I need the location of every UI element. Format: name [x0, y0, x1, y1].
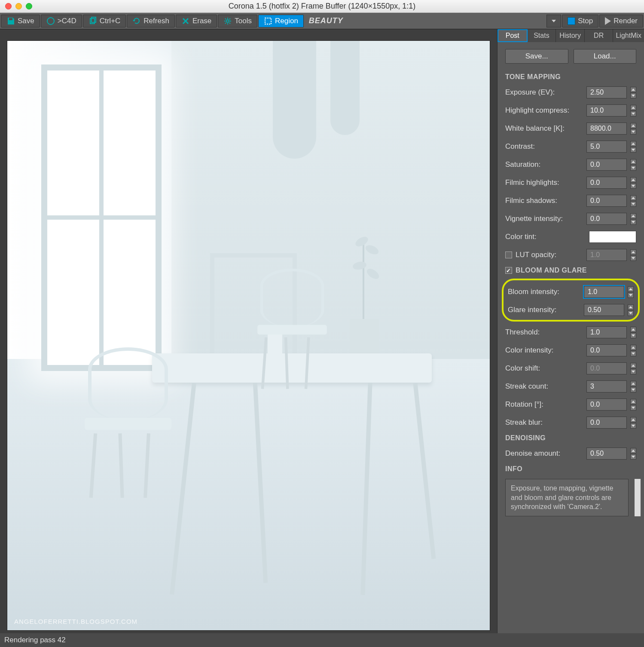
threshold-input[interactable]: 1.0 — [586, 326, 627, 338]
post-panel: Post Stats History DR LightMix Save... L… — [497, 29, 644, 633]
streak-count-input[interactable]: 3 — [586, 380, 627, 392]
exposure-spinner[interactable] — [630, 87, 636, 98]
lut-label: LUT opacity: — [516, 251, 583, 259]
rendered-image[interactable]: ANGELOFERRETTI.BLOGSPOT.COM — [7, 40, 490, 631]
tools-button[interactable]: Tools — [218, 15, 257, 28]
refresh-label: Refresh — [143, 17, 169, 25]
close-icon[interactable] — [5, 3, 12, 9]
rotation-spinner[interactable] — [630, 399, 636, 411]
color-shift-spinner[interactable] — [630, 363, 636, 374]
glare-intensity-label: Glare intensity: — [508, 306, 580, 314]
erase-label: Erase — [192, 17, 211, 25]
c4d-icon — [46, 17, 55, 25]
saturation-spinner[interactable] — [630, 159, 636, 171]
streak-count-spinner[interactable] — [630, 381, 636, 392]
render-pass-selector[interactable]: BEAUTY — [306, 16, 346, 25]
vignette-spinner[interactable] — [630, 213, 636, 225]
exposure-label: Exposure (EV): — [505, 88, 583, 97]
threshold-spinner[interactable] — [630, 327, 636, 338]
render-button[interactable]: Render — [599, 15, 643, 28]
status-text: Rendering pass 42 — [4, 636, 66, 644]
render-viewport: ANGELOFERRETTI.BLOGSPOT.COM — [0, 29, 497, 633]
rotation-input[interactable]: 0.0 — [586, 399, 627, 411]
watermark-text: ANGELOFERRETTI.BLOGSPOT.COM — [14, 618, 137, 625]
refresh-button[interactable]: Refresh — [127, 15, 175, 28]
color-intensity-input[interactable]: 0.0 — [586, 344, 627, 356]
vignette-label: Vignette intensity: — [505, 215, 583, 223]
save-button[interactable]: Save — [1, 15, 40, 28]
streak-blur-input[interactable]: 0.0 — [586, 417, 627, 429]
lut-checkbox[interactable] — [505, 251, 512, 258]
contrast-label: Contrast: — [505, 142, 583, 151]
tab-stats[interactable]: Stats — [528, 29, 556, 42]
highlight-spinner[interactable] — [630, 105, 636, 117]
minimize-icon[interactable] — [15, 3, 22, 9]
lut-input[interactable]: 1.0 — [586, 249, 627, 261]
stop-label: Stop — [578, 17, 593, 25]
tab-history[interactable]: History — [556, 29, 585, 42]
exposure-input[interactable]: 2.50 — [586, 86, 627, 98]
glare-intensity-spinner[interactable] — [628, 304, 634, 316]
c4d-button[interactable]: >C4D — [41, 15, 82, 28]
denoise-label: Denoise amount: — [505, 449, 583, 458]
panel-save-button[interactable]: Save... — [505, 49, 568, 64]
filmic-sh-spinner[interactable] — [630, 195, 636, 207]
tint-label: Color tint: — [505, 233, 586, 241]
c4d-label: >C4D — [58, 17, 76, 25]
filmic-sh-label: Filmic shadows: — [505, 196, 583, 205]
chevron-down-icon — [552, 20, 556, 22]
window-title: Corona 1.5 (hotfix 2) Frame Buffer (1240… — [4, 2, 640, 11]
copy-button[interactable]: Ctrl+C — [83, 15, 126, 28]
bloom-intensity-input[interactable]: 1.0 — [584, 286, 624, 298]
save-label: Save — [18, 17, 34, 25]
tab-lightmix[interactable]: LightMix — [613, 29, 644, 42]
contrast-input[interactable]: 5.0 — [586, 141, 627, 153]
svg-point-3 — [226, 20, 229, 22]
section-denoising: DENOISING — [501, 432, 641, 445]
saturation-label: Saturation: — [505, 160, 583, 169]
denoise-spinner[interactable] — [630, 448, 636, 460]
copy-icon — [89, 17, 97, 25]
tab-dr[interactable]: DR — [585, 29, 613, 42]
panel-load-button[interactable]: Load... — [574, 49, 637, 64]
highlight-input[interactable]: 10.0 — [586, 104, 627, 117]
wb-input[interactable]: 8800.0 — [586, 123, 627, 135]
threshold-label: Threshold: — [505, 328, 583, 337]
streak-blur-spinner[interactable] — [630, 417, 636, 429]
wb-spinner[interactable] — [630, 123, 636, 135]
render-pass-dropdown[interactable] — [546, 15, 561, 28]
region-label: Region — [275, 17, 298, 25]
bloom-intensity-label: Bloom intensity: — [508, 288, 580, 296]
tint-swatch[interactable] — [589, 231, 636, 243]
contrast-spinner[interactable] — [630, 141, 636, 153]
status-bar: Rendering pass 42 — [0, 633, 644, 647]
tab-post[interactable]: Post — [497, 29, 528, 42]
lut-spinner[interactable] — [630, 249, 636, 261]
region-icon — [264, 17, 272, 25]
saturation-input[interactable]: 0.0 — [586, 159, 627, 171]
denoise-input[interactable]: 0.50 — [586, 448, 627, 460]
bloom-checkbox[interactable] — [505, 267, 512, 274]
info-scrollbar[interactable] — [635, 479, 641, 516]
bloom-intensity-spinner[interactable] — [628, 286, 634, 298]
filmic-hl-spinner[interactable] — [630, 177, 636, 189]
render-label: Render — [613, 17, 638, 25]
vignette-input[interactable]: 0.0 — [586, 213, 627, 225]
zoom-icon[interactable] — [26, 3, 32, 9]
svg-rect-1 — [90, 18, 95, 24]
glare-intensity-input[interactable]: 0.50 — [584, 304, 624, 316]
color-shift-input[interactable]: 0.0 — [586, 362, 627, 374]
erase-button[interactable]: Erase — [176, 15, 217, 28]
highlighted-region: Bloom intensity:1.0 Glare intensity:0.50 — [502, 279, 640, 322]
filmic-sh-input[interactable]: 0.0 — [586, 195, 627, 207]
color-intensity-spinner[interactable] — [630, 345, 636, 356]
region-button[interactable]: Region — [258, 15, 304, 28]
gear-icon — [223, 17, 232, 25]
streak-blur-label: Streak blur: — [505, 418, 583, 427]
rotation-label: Rotation [°]: — [505, 400, 583, 409]
erase-icon — [181, 17, 190, 25]
filmic-hl-input[interactable]: 0.0 — [586, 177, 627, 189]
stop-button[interactable]: Stop — [562, 15, 598, 28]
refresh-icon — [132, 17, 141, 25]
stop-icon — [568, 17, 575, 25]
